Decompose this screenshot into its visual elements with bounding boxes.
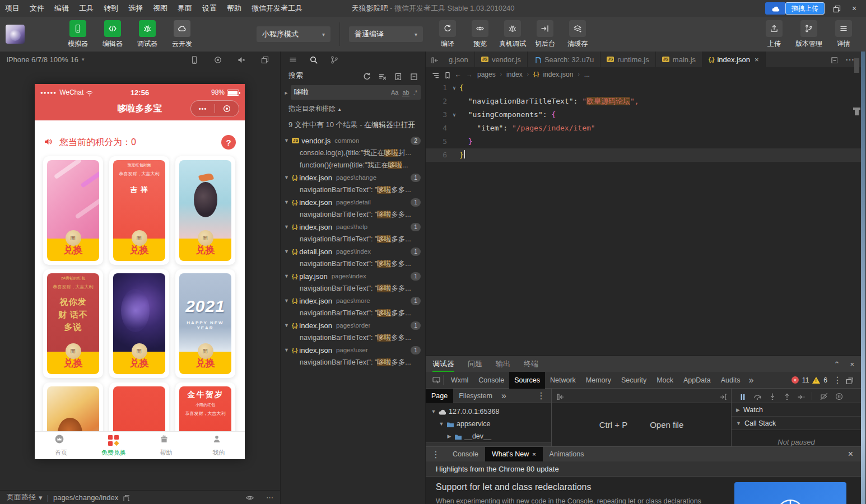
- inspect-icon[interactable]: [429, 375, 444, 385]
- drag-upload-button[interactable]: 拖拽上传: [785, 2, 825, 15]
- devtools-tab-Memory[interactable]: Memory: [581, 372, 616, 389]
- new-search-editor-icon[interactable]: [394, 71, 402, 80]
- navigator-menu-icon[interactable]: ⋮: [537, 390, 551, 401]
- devtools-tab-Mock[interactable]: Mock: [651, 372, 678, 389]
- code-line[interactable]: 3∨ "usingComponents": {: [426, 108, 861, 122]
- search-match-line[interactable]: navigationBarTitleText": "哆啦多多...: [281, 356, 425, 368]
- search-match-line[interactable]: function(){return{title:"我正在哆啦...: [281, 159, 425, 171]
- breadcrumb-item[interactable]: index.json: [543, 71, 573, 78]
- debugger-tab-问题[interactable]: 问题: [468, 356, 482, 372]
- editor-tab-index.json[interactable]: {..}index.json×: [702, 52, 765, 67]
- back-icon[interactable]: ←: [455, 71, 462, 78]
- bookmark-icon[interactable]: [443, 70, 450, 78]
- search-match-line[interactable]: navigationBarTitleText": "哆啦多多...: [281, 233, 425, 245]
- search-result-file[interactable]: ▼{..}index.jsonpages\order1: [281, 319, 425, 332]
- code-line[interactable]: 6}: [426, 148, 861, 162]
- pause-script-icon[interactable]: [738, 391, 746, 401]
- mode-select[interactable]: 小程序模式 ▾: [257, 26, 330, 42]
- menu-item-微信开发者工具[interactable]: 微信开发者工具: [246, 0, 308, 17]
- watch-section[interactable]: ▶ Watch: [732, 403, 861, 417]
- window-restore-button[interactable]: [830, 4, 842, 13]
- redpacket-card[interactable]: 2021HAPPY NEW YEAR開兑换: [175, 269, 235, 378]
- action-清缓存[interactable]: 清缓存: [563, 20, 592, 49]
- hide-sidebar-icon[interactable]: [426, 52, 443, 67]
- git-branch-icon[interactable]: [330, 54, 338, 64]
- menu-item-转到[interactable]: 转到: [99, 0, 123, 17]
- tabbar-item-我的[interactable]: 我的: [192, 432, 245, 459]
- search-icon[interactable]: [309, 54, 318, 64]
- devtools-menu-icon[interactable]: ⋮: [833, 375, 842, 385]
- project-avatar[interactable]: [6, 25, 25, 44]
- step-icon[interactable]: [797, 391, 804, 401]
- redpacket-card[interactable]: zA青衫的红包恭喜发财，大吉大利祝你发财 话不多说開兑换: [43, 269, 103, 378]
- search-result-file[interactable]: ▼{..}index.jsonpages\user1: [281, 344, 425, 356]
- outline-icon[interactable]: [431, 70, 439, 78]
- tree-item-appservice[interactable]: ▼appservice: [426, 418, 551, 430]
- devtools-tab-AppData[interactable]: AppData: [678, 372, 716, 389]
- drawer-tab-Console[interactable]: Console: [446, 447, 485, 461]
- drawer-tab-Animations[interactable]: Animations: [543, 447, 591, 461]
- toolbar-button-编辑器[interactable]: 编辑器: [99, 20, 127, 49]
- menu-item-编辑[interactable]: 编辑: [49, 0, 74, 17]
- editor-tab-Search: 32.u7u[interactable]: Search: 32.u7u: [528, 52, 600, 67]
- window-close-button[interactable]: ×: [848, 4, 860, 13]
- open-file-label[interactable]: Open file: [650, 420, 683, 430]
- devtools-tab-Wxml[interactable]: Wxml: [446, 372, 473, 389]
- rotate-device-icon[interactable]: [190, 55, 198, 64]
- scope-toggle[interactable]: 指定目录和排除: [288, 105, 336, 113]
- step-over-icon[interactable]: [753, 391, 761, 401]
- step-out-icon[interactable]: [783, 391, 790, 401]
- page-path-label[interactable]: 页面路径: [7, 492, 36, 502]
- regex-toggle[interactable]: .*: [413, 89, 417, 96]
- action-预览[interactable]: 预览: [465, 20, 495, 49]
- action-详情[interactable]: 详情: [829, 20, 858, 49]
- code-area[interactable]: 1∨{2 "navigationBarTitleText": "欧皇源码论坛",…: [426, 81, 861, 356]
- fold-icon[interactable]: ∨: [449, 81, 459, 95]
- toolbar-button-调试器[interactable]: 调试器: [133, 20, 161, 49]
- close-drawer-icon[interactable]: ×: [848, 449, 861, 459]
- breadcrumb-item[interactable]: index: [506, 71, 523, 78]
- menu-item-界面[interactable]: 界面: [173, 0, 197, 17]
- multi-window-icon[interactable]: [260, 55, 269, 64]
- pause-on-exceptions-icon[interactable]: [835, 391, 842, 401]
- action-真机调试[interactable]: 真机调试: [498, 20, 527, 49]
- action-编译[interactable]: 编译: [433, 20, 462, 49]
- menu-item-视图[interactable]: 视图: [148, 0, 173, 17]
- undock-icon[interactable]: [845, 375, 853, 385]
- search-match-line[interactable]: console.log(e),{title:"我正在哆啦封...: [281, 147, 425, 159]
- eye-icon[interactable]: [245, 493, 254, 502]
- editor-tab-main.js[interactable]: JSmain.js: [656, 52, 702, 67]
- more-icon[interactable]: •••: [191, 105, 215, 112]
- code-line[interactable]: 4 "item": "/pages/index/item": [426, 122, 861, 135]
- code-line[interactable]: 5 }: [426, 135, 861, 148]
- tabbar-item-免费兑换[interactable]: 免费兑换: [87, 432, 140, 459]
- redpacket-card[interactable]: 開兑换: [43, 156, 103, 265]
- drawer-menu-icon[interactable]: ⋮: [426, 449, 446, 460]
- help-button[interactable]: ?: [221, 135, 236, 150]
- drawer-tab-What's New[interactable]: What's New×: [485, 447, 543, 461]
- toolbar-button-模拟器[interactable]: 模拟器: [64, 20, 92, 49]
- toggle-replace-icon[interactable]: ▸: [282, 90, 291, 96]
- tabbar-item-首页[interactable]: 首页: [35, 432, 87, 459]
- debugger-tab-输出[interactable]: 输出: [496, 356, 510, 372]
- navigator-tab-Page[interactable]: Page: [426, 389, 453, 403]
- menu-item-工具[interactable]: 工具: [74, 0, 99, 17]
- action-切后台[interactable]: 切后台: [530, 20, 560, 49]
- close-panel-icon[interactable]: ×: [850, 360, 854, 368]
- search-input[interactable]: 哆啦 Aaab.*: [291, 85, 421, 100]
- redpacket-card[interactable]: 開兑换: [175, 156, 235, 265]
- devtools-tab-Security[interactable]: Security: [616, 372, 651, 389]
- more-actions-icon[interactable]: ⋯: [845, 54, 854, 65]
- show-navigator-icon[interactable]: [556, 391, 564, 401]
- collapse-all-icon[interactable]: [409, 71, 417, 80]
- refresh-icon[interactable]: [362, 71, 370, 80]
- search-match-line[interactable]: navigationBarTitleText": "哆啦多多...: [281, 282, 425, 295]
- devtools-tab-Audits[interactable]: Audits: [716, 372, 746, 389]
- compile-mode-select[interactable]: 普通编译 ▾: [349, 26, 423, 42]
- close-icon[interactable]: ×: [755, 55, 759, 64]
- split-editor-icon[interactable]: [830, 54, 837, 64]
- exit-target-icon[interactable]: [215, 104, 239, 114]
- search-result-file[interactable]: ▼{..}index.jsonpages\detail1: [281, 196, 425, 208]
- search-result-file[interactable]: ▼{..}index.jsonpages\more1: [281, 295, 425, 307]
- editor-tab-vendor.js[interactable]: JSvendor.js: [475, 52, 528, 67]
